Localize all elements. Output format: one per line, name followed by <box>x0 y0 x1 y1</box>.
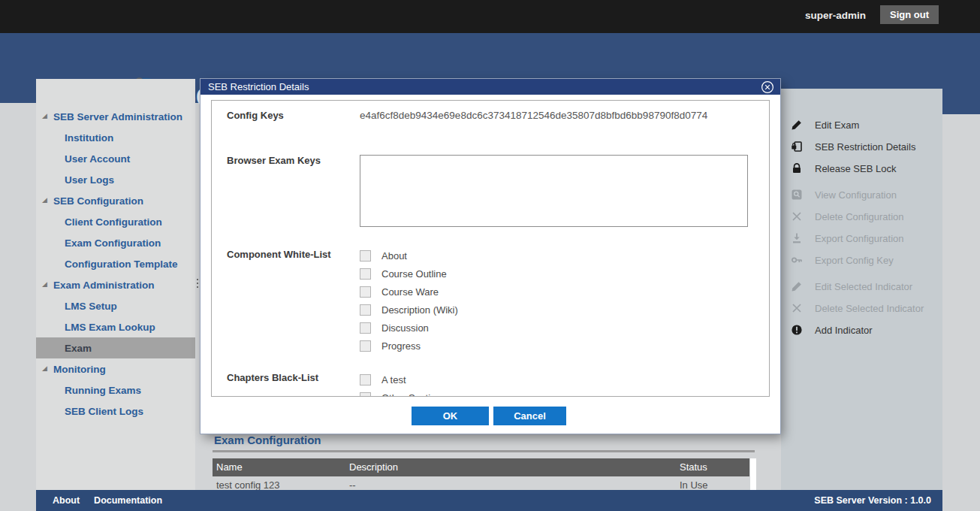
option-about: About <box>360 246 585 265</box>
sidebar-item-label: SEB Configuration <box>36 195 143 207</box>
footer-link-about[interactable]: About <box>53 495 80 506</box>
navigation-sidebar: ◢SEB Server AdministrationInstitutionUse… <box>36 79 195 490</box>
dialog-titlebar: SEB Restriction Details <box>201 79 780 95</box>
checkbox-progress[interactable] <box>360 340 371 352</box>
action-label: Edit Selected Indicator <box>815 281 912 292</box>
checkbox-about[interactable] <box>360 250 371 262</box>
checkbox-label: Course Ware <box>381 286 439 298</box>
action-add-indicator[interactable]: Add Indicator <box>781 319 942 341</box>
chapters-black-list-label: Chapters Black-List <box>227 372 318 383</box>
sidebar-item-user-logs[interactable]: User Logs <box>36 169 195 190</box>
action-edit-selected-indicator: Edit Selected Indicator <box>781 276 942 298</box>
sidebar-item-label: User Account <box>36 153 130 165</box>
sidebar-item-exam-configuration[interactable]: Exam Configuration <box>36 232 195 253</box>
top-bar: super-admin Sign out <box>0 0 980 33</box>
dialog-title: SEB Restriction Details <box>208 81 309 92</box>
header-right-strip <box>942 103 980 114</box>
pencil-icon <box>791 119 804 132</box>
sidebar-item-label: Exam Administration <box>36 280 155 291</box>
action-seb-restriction-details[interactable]: SEB Restriction Details <box>781 136 942 158</box>
sidebar-item-label: SEB Server Administration <box>36 111 182 122</box>
action-export-config-key: Export Config Key <box>781 249 942 271</box>
checkbox-description-wiki[interactable] <box>360 304 371 316</box>
sidebar-item-exam[interactable]: Exam <box>36 337 195 358</box>
sidebar-item-seb-server-administration[interactable]: ◢SEB Server Administration <box>36 106 195 127</box>
sidebar-item-label: User Logs <box>36 174 114 186</box>
action-label: Release SEB Lock <box>815 163 896 174</box>
browser-exam-keys-label: Browser Exam Keys <box>227 155 321 166</box>
sidebar-item-user-account[interactable]: User Account <box>36 148 195 169</box>
main-content: Exam Configuration NameDescriptionStatus… <box>201 428 781 490</box>
sidebar-item-monitoring[interactable]: ◢Monitoring <box>36 358 195 379</box>
footer-link-documentation[interactable]: Documentation <box>94 495 162 506</box>
sidebar-item-running-exams[interactable]: Running Exams <box>36 379 195 401</box>
sidebar-item-label: Client Configuration <box>36 216 162 228</box>
download-icon <box>791 232 804 245</box>
dialog-form-panel: Config Keys e4af6cf8deb9434e69e8dc6c3734… <box>211 100 770 397</box>
checkbox-label: A test <box>381 374 406 386</box>
option-course-outline: Course Outline <box>360 265 585 283</box>
tree-expander-icon[interactable]: ◢ <box>42 365 47 372</box>
checkbox-label: Discussion <box>381 322 429 334</box>
checkbox-course-outline[interactable] <box>360 268 371 280</box>
checkbox-a-test[interactable] <box>360 374 371 386</box>
sidebar-resize-handle[interactable] <box>196 279 199 292</box>
sidebar-item-label: Exam Configuration <box>36 237 161 249</box>
column-header-status: Status <box>680 461 707 473</box>
action-label: View Configuration <box>815 189 897 201</box>
tree-expander-icon[interactable]: ◢ <box>42 281 47 288</box>
config-keys-label: Config Keys <box>227 110 284 121</box>
sidebar-item-label: Running Exams <box>36 385 141 396</box>
sidebar-item-seb-client-logs[interactable]: SEB Client Logs <box>36 401 195 422</box>
action-delete-configuration: Delete Configuration <box>781 206 942 228</box>
view-icon <box>791 189 804 201</box>
tree-expander-icon[interactable]: ◢ <box>42 113 47 119</box>
key-icon <box>791 254 804 267</box>
action-edit-exam[interactable]: Edit Exam <box>781 114 942 136</box>
checkbox-label: Other Section <box>381 392 442 398</box>
footer-links: AboutDocumentation <box>53 495 162 506</box>
action-label: SEB Restriction Details <box>815 141 915 153</box>
config-keys-value: e4af6cf8deb9434e69e8dc6c373418712546de35… <box>360 110 707 121</box>
checkbox-discussion[interactable] <box>360 322 371 334</box>
sidebar-item-label: Exam <box>36 343 92 354</box>
sidebar-item-lms-exam-lookup[interactable]: LMS Exam Lookup <box>36 316 195 337</box>
action-export-configuration: Export Configuration <box>781 228 942 249</box>
action-label: Delete Configuration <box>815 211 904 222</box>
action-view-configuration: View Configuration <box>781 184 942 206</box>
footer-bar: AboutDocumentation SEB Server Version : … <box>36 490 942 511</box>
sidebar-item-lms-setup[interactable]: LMS Setup <box>36 295 195 316</box>
sidebar-item-institution[interactable]: Institution <box>36 127 195 148</box>
sign-out-button[interactable]: Sign out <box>880 5 939 24</box>
x-icon <box>791 302 804 315</box>
sidebar-item-client-configuration[interactable]: Client Configuration <box>36 211 195 232</box>
close-circle-icon[interactable] <box>761 80 774 94</box>
column-header-name: Name <box>216 461 243 473</box>
table-cell: test config 123 <box>216 479 280 490</box>
cancel-button[interactable]: Cancel <box>493 407 566 425</box>
action-release-seb-lock[interactable]: Release SEB Lock <box>781 158 942 180</box>
current-user-label: super-admin <box>805 10 866 21</box>
sidebar-item-configuration-template[interactable]: Configuration Template <box>36 253 195 274</box>
action-delete-selected-indicator: Delete Selected Indicator <box>781 298 942 319</box>
ok-button[interactable]: OK <box>412 407 489 425</box>
action-label: Export Configuration <box>815 233 904 244</box>
column-header-description: Description <box>349 461 398 473</box>
browser-exam-keys-input[interactable] <box>360 155 748 227</box>
sidebar-item-label: Configuration Template <box>36 259 178 270</box>
option-other-section: Other Section <box>360 389 585 397</box>
section-title: Exam Configuration <box>214 434 321 446</box>
x-icon <box>791 210 804 223</box>
table-scrollbar[interactable] <box>750 458 756 490</box>
option-a-test: A test <box>360 370 585 389</box>
sidebar-item-seb-configuration[interactable]: ◢SEB Configuration <box>36 190 195 211</box>
tree-expander-icon[interactable]: ◢ <box>42 197 47 204</box>
sidebar-item-exam-administration[interactable]: ◢Exam Administration <box>36 274 195 295</box>
checkbox-course-ware[interactable] <box>360 286 371 298</box>
checkbox-label: Progress <box>381 340 421 352</box>
seb-restriction-details-dialog: SEB Restriction Details Config Keys e4af… <box>201 79 780 434</box>
checkbox-other-section[interactable] <box>360 392 371 398</box>
sidebar-item-label: LMS Setup <box>36 301 117 312</box>
action-label: Delete Selected Indicator <box>815 303 924 314</box>
table-row[interactable]: test config 123--In Use <box>213 476 749 490</box>
